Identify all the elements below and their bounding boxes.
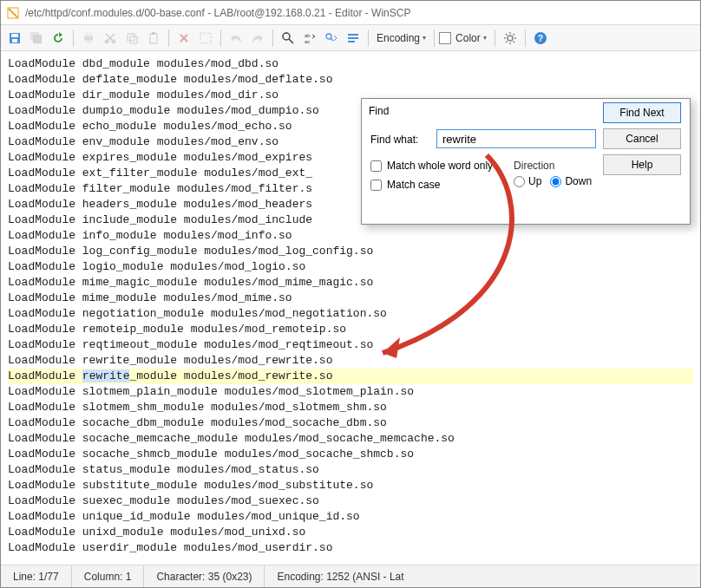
settings-icon[interactable] xyxy=(500,28,521,49)
editor-line: LoadModule mime_module modules/mod_mime.… xyxy=(8,291,693,306)
find-next-icon[interactable] xyxy=(321,28,342,49)
editor-line: LoadModule negotiation_module modules/mo… xyxy=(8,306,693,322)
svg-rect-3 xyxy=(12,39,17,42)
svg-point-16 xyxy=(283,33,290,40)
toolbar-separator xyxy=(220,29,221,47)
status-encoding: Encoding: 1252 (ANSI - Lat xyxy=(265,565,416,587)
toolbar-separator xyxy=(168,29,169,47)
find-dialog: Find Find what: Find Next Cancel Help Ma… xyxy=(361,98,691,225)
editor-line: LoadModule info_module modules/mod_info.… xyxy=(8,228,693,244)
cancel-button[interactable]: Cancel xyxy=(603,128,681,149)
help-icon[interactable]: ? xyxy=(530,28,551,49)
svg-text:?: ? xyxy=(538,34,543,43)
editor-line: LoadModule rewrite_module modules/mod_re… xyxy=(8,369,693,384)
svg-rect-12 xyxy=(130,36,137,43)
svg-rect-2 xyxy=(11,34,18,37)
status-character: Character: 35 (0x23) xyxy=(144,565,265,587)
editor-line: LoadModule log_config_module modules/mod… xyxy=(8,244,693,259)
svg-rect-14 xyxy=(152,32,155,35)
editor-line: LoadModule unixd_module modules/mod_unix… xyxy=(8,525,693,540)
toolbar-separator xyxy=(73,29,74,47)
editor-line: LoadModule logio_module modules/mod_logi… xyxy=(8,259,693,275)
svg-rect-21 xyxy=(348,37,358,39)
svg-point-23 xyxy=(508,36,513,41)
editor-line: LoadModule substitute_module modules/mod… xyxy=(8,478,693,493)
print-icon[interactable] xyxy=(78,28,99,49)
svg-rect-13 xyxy=(150,34,157,43)
svg-rect-5 xyxy=(33,35,42,43)
paste-icon[interactable] xyxy=(143,28,164,49)
help-button[interactable]: Help xyxy=(603,154,681,175)
find-icon[interactable] xyxy=(278,28,298,49)
find-what-input[interactable] xyxy=(436,129,596,148)
window-title: /etc/httpd/conf.modules.d/00-base.conf -… xyxy=(25,7,410,19)
svg-rect-15 xyxy=(200,33,211,43)
app-icon xyxy=(6,6,20,20)
select-all-icon[interactable] xyxy=(195,28,216,49)
editor-line: LoadModule dbd_module modules/mod_dbd.so xyxy=(8,56,693,72)
color-menu[interactable]: Color▾ xyxy=(452,32,490,44)
editor-line: LoadModule unique_id_module modules/mod_… xyxy=(8,509,693,525)
replace-icon[interactable]: abac xyxy=(299,28,320,49)
editor-line: LoadModule remoteip_module modules/mod_r… xyxy=(8,322,693,337)
editor-line: LoadModule slotmem_shm_module modules/mo… xyxy=(8,400,693,415)
encoding-menu[interactable]: Encoding▾ xyxy=(373,32,429,44)
toolbar-separator xyxy=(525,29,526,47)
copy-icon[interactable] xyxy=(121,28,142,49)
status-column: Column: 1 xyxy=(72,565,145,587)
editor-line: LoadModule socache_shmcb_module modules/… xyxy=(8,447,693,462)
goto-icon[interactable] xyxy=(343,28,364,49)
editor-line: LoadModule rewrite_module modules/mod_re… xyxy=(8,353,693,369)
svg-rect-20 xyxy=(348,34,358,36)
status-line: Line: 1/77 xyxy=(1,565,72,587)
svg-rect-7 xyxy=(86,33,91,36)
reload-icon[interactable] xyxy=(48,28,69,49)
svg-rect-22 xyxy=(348,41,355,42)
svg-rect-11 xyxy=(128,34,134,41)
direction-group: Direction Up Down xyxy=(514,160,592,187)
editor-line: LoadModule slotmem_plain_module modules/… xyxy=(8,384,693,400)
editor-line: LoadModule socache_memcache_module modul… xyxy=(8,431,693,447)
editor-line: LoadModule mime_magic_module modules/mod… xyxy=(8,275,693,291)
svg-text:ab: ab xyxy=(305,33,311,38)
find-what-label: Find what: xyxy=(370,132,429,146)
find-dialog-title: Find xyxy=(369,105,389,117)
svg-rect-8 xyxy=(86,40,91,43)
toolbar-separator xyxy=(495,29,495,47)
toolbar-separator xyxy=(368,29,369,47)
delete-icon[interactable] xyxy=(174,28,194,49)
save-icon[interactable] xyxy=(4,28,25,49)
statusbar: Line: 1/77 Column: 1 Character: 35 (0x23… xyxy=(1,565,700,587)
direction-up-radio[interactable]: Up xyxy=(514,175,541,187)
editor-line: LoadModule deflate_module modules/mod_de… xyxy=(8,72,693,88)
save-all-icon[interactable] xyxy=(26,28,47,49)
cut-icon[interactable] xyxy=(100,28,121,49)
match-word-checkbox[interactable]: Match whole word only xyxy=(370,160,493,172)
redo-icon[interactable] xyxy=(247,28,268,49)
editor-line: LoadModule suexec_module modules/mod_sue… xyxy=(8,493,693,509)
direction-down-radio[interactable]: Down xyxy=(550,175,592,187)
toolbar-separator xyxy=(434,29,435,47)
toolbar-separator xyxy=(272,29,273,47)
find-next-button[interactable]: Find Next xyxy=(603,102,681,123)
titlebar: /etc/httpd/conf.modules.d/00-base.conf -… xyxy=(1,1,700,25)
undo-icon[interactable] xyxy=(226,28,246,49)
editor-line: LoadModule status_module modules/mod_sta… xyxy=(8,462,693,478)
editor-line: LoadModule socache_dbm_module modules/mo… xyxy=(8,415,693,431)
editor-window: /etc/httpd/conf.modules.d/00-base.conf -… xyxy=(0,0,701,588)
color-swatch[interactable] xyxy=(439,32,451,44)
match-case-checkbox[interactable]: Match case xyxy=(370,179,493,191)
toolbar: abac Encoding▾ Color▾ ? xyxy=(1,25,700,51)
editor-line: LoadModule reqtimeout_module modules/mod… xyxy=(8,337,693,353)
editor-line: LoadModule userdir_module modules/mod_us… xyxy=(8,540,693,556)
direction-label: Direction xyxy=(514,160,592,172)
svg-text:ac: ac xyxy=(305,39,310,44)
